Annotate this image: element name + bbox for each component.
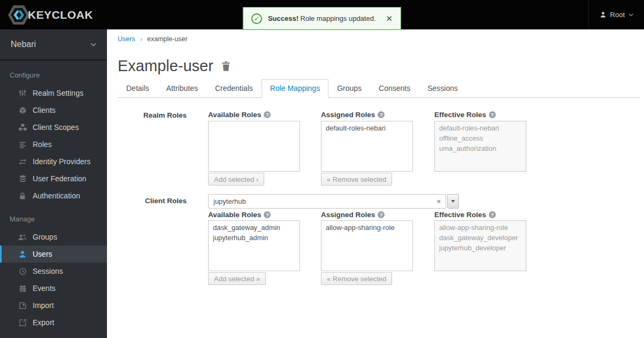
assigned-client-roles-header: Assigned Roles ?: [321, 211, 385, 219]
sidebar-item-roles[interactable]: Roles: [0, 136, 107, 153]
role-option: jupyterhub_developer: [435, 243, 526, 253]
export-icon: [18, 319, 27, 327]
help-icon[interactable]: ?: [489, 211, 496, 218]
clear-selection-icon[interactable]: ×: [436, 198, 441, 205]
effective-client-roles-header: Effective Roles ?: [434, 211, 496, 219]
tab-groups[interactable]: Groups: [328, 79, 370, 98]
client-roles-label: Client Roles: [118, 197, 187, 205]
configure-section-label: Configure: [10, 71, 107, 79]
user-icon: [600, 11, 607, 18]
chevron-down-icon: [628, 13, 633, 17]
groups-icon: [18, 233, 27, 241]
realm-roles-label: Realm Roles: [118, 111, 187, 119]
tab-attributes[interactable]: Attributes: [158, 79, 206, 98]
success-check-icon: ✓: [251, 13, 262, 24]
sidebar-item-groups[interactable]: Groups: [0, 228, 107, 245]
caret-down-icon: [451, 200, 455, 203]
role-option[interactable]: jupyterhub_admin: [209, 233, 300, 243]
available-roles-text: Available Roles: [208, 211, 261, 219]
role-option: allow-app-sharing-role: [435, 222, 526, 233]
import-icon: [18, 302, 27, 310]
help-icon[interactable]: ?: [264, 211, 271, 218]
client-select-combobox: jupyterhub ×: [208, 194, 459, 209]
manage-section-label: Manage: [10, 215, 107, 223]
help-icon[interactable]: ?: [378, 111, 385, 118]
sidebar-item-export[interactable]: Export: [0, 314, 107, 331]
available-client-roles-header: Available Roles ?: [208, 211, 271, 219]
sidebar-item-import[interactable]: Import: [0, 297, 107, 314]
tab-role-mappings[interactable]: Role Mappings: [262, 79, 328, 98]
help-icon[interactable]: ?: [264, 111, 271, 118]
client-select-value: jupyterhub: [213, 197, 246, 205]
client-select-field[interactable]: jupyterhub ×: [208, 194, 446, 209]
alert-body: Role mappings updated.: [301, 14, 376, 22]
role-option: default-roles-nebari: [435, 123, 526, 133]
delete-user-trash-icon[interactable]: [221, 61, 231, 71]
tab-credentials[interactable]: Credentials: [206, 79, 262, 98]
realm-name: Nebari: [11, 40, 36, 49]
sidebar-item-label: Import: [33, 301, 54, 310]
effective-realm-roles-header: Effective Roles ?: [434, 111, 496, 119]
exchange-arrows-icon: [18, 158, 27, 166]
sidebar-item-identity-providers[interactable]: Identity Providers: [0, 153, 107, 170]
keycloak-logo-icon: [7, 4, 30, 26]
effective-roles-text: Effective Roles: [434, 211, 486, 219]
sidebar-item-label: Identity Providers: [33, 157, 90, 166]
cube-icon: [18, 106, 27, 114]
add-selected-realm-button[interactable]: Add selected ›: [208, 173, 264, 186]
available-realm-roles-listbox[interactable]: [208, 121, 300, 172]
assigned-realm-roles-header: Assigned Roles ?: [321, 111, 385, 119]
effective-roles-text: Effective Roles: [434, 111, 486, 119]
assigned-client-roles-listbox[interactable]: allow-app-sharing-role: [321, 220, 413, 271]
sidebar-item-label: Groups: [33, 233, 57, 241]
alert-message: Success! Role mappings updated.: [268, 14, 376, 22]
role-option[interactable]: allow-app-sharing-role: [321, 222, 412, 233]
list-icon: [18, 141, 27, 149]
assigned-realm-roles-listbox[interactable]: default-roles-nebari: [321, 121, 413, 172]
sidebar-item-events[interactable]: Events: [0, 280, 107, 297]
sidebar-item-label: Realm Settings: [33, 89, 83, 97]
sidebar-item-user-federation[interactable]: User Federation: [0, 170, 107, 187]
role-option[interactable]: default-roles-nebari: [321, 123, 412, 133]
user-menu[interactable]: Root: [588, 0, 644, 29]
sidebar-item-label: User Federation: [33, 174, 86, 183]
available-client-roles-listbox[interactable]: dask_gateway_adminjupyterhub_admin: [208, 220, 300, 271]
available-roles-text: Available Roles: [208, 111, 261, 119]
sidebar-item-label: Users: [33, 250, 52, 258]
tab-details[interactable]: Details: [118, 79, 158, 98]
sidebar-item-client-scopes[interactable]: Client Scopes: [0, 119, 107, 136]
lock-icon: [18, 192, 27, 200]
sidebar-item-users[interactable]: Users: [0, 245, 107, 263]
sidebar-item-sessions[interactable]: Sessions: [0, 263, 107, 280]
page-title: Example-user: [118, 57, 213, 75]
main-content: Users › example-user Example-user Detail…: [107, 29, 644, 338]
role-option: dask_gateway_developer: [435, 233, 526, 243]
keycloak-brand[interactable]: KEYCLOAK: [0, 4, 93, 26]
tab-sessions[interactable]: Sessions: [419, 79, 466, 98]
assigned-roles-text: Assigned Roles: [321, 111, 375, 119]
breadcrumb-users-link[interactable]: Users: [118, 35, 135, 43]
sidebar-item-label: Roles: [33, 140, 52, 149]
help-icon[interactable]: ?: [489, 111, 496, 118]
close-icon[interactable]: ✕: [386, 14, 393, 22]
sidebar-item-clients[interactable]: Clients: [0, 102, 107, 119]
help-icon[interactable]: ?: [378, 211, 385, 218]
remove-selected-client-button[interactable]: « Remove selected: [321, 272, 392, 285]
breadcrumb-current: example-user: [147, 35, 188, 43]
chevron-down-icon: [90, 43, 96, 47]
role-option: uma_authorization: [435, 143, 526, 153]
remove-selected-realm-button[interactable]: « Remove selected: [321, 173, 392, 186]
role-option[interactable]: dask_gateway_admin: [209, 222, 300, 233]
client-select-dropdown-button[interactable]: [447, 194, 459, 209]
effective-realm-roles-listbox: default-roles-nebarioffline_accessuma_au…: [434, 121, 526, 172]
tab-consents[interactable]: Consents: [370, 79, 419, 98]
add-selected-client-button[interactable]: Add selected »: [208, 272, 266, 285]
clock-icon: [18, 267, 27, 275]
sidebar-item-realm-settings[interactable]: Realm Settings: [0, 84, 107, 102]
sidebar-item-authentication[interactable]: Authentication: [0, 187, 107, 204]
keycloak-admin-screen: KEYCLOAK Root ✓ Success! Role mappings u…: [0, 0, 644, 338]
realm-selector[interactable]: Nebari: [0, 29, 107, 60]
breadcrumb-separator-icon: ›: [140, 35, 142, 43]
page-title-row: Example-user: [118, 57, 231, 75]
user-icon: [18, 250, 27, 258]
